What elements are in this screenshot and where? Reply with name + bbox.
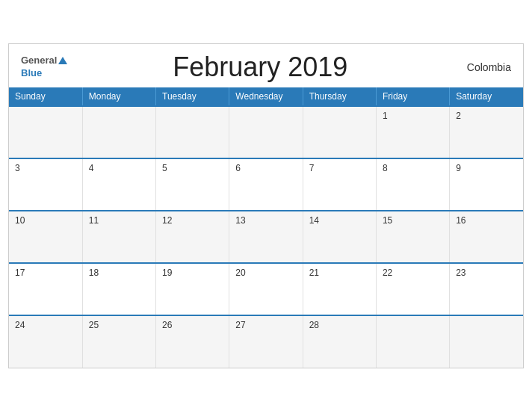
calendar-day: 24 xyxy=(9,315,82,368)
week-row-2: 3456789 xyxy=(9,158,523,211)
calendar: General Blue February 2019 Colombia Sund… xyxy=(8,43,524,368)
calendar-day: 23 xyxy=(450,263,523,315)
country-label: Colombia xyxy=(451,61,511,73)
calendar-day xyxy=(376,315,449,368)
calendar-day: 20 xyxy=(229,263,303,315)
header-saturday: Saturday xyxy=(450,87,523,106)
calendar-day: 10 xyxy=(9,211,82,263)
calendar-day: 25 xyxy=(82,315,155,368)
week-row-4: 17181920212223 xyxy=(9,263,523,315)
logo: General Blue xyxy=(21,55,69,79)
week-row-1: 12 xyxy=(9,106,523,158)
week-row-5: 2425262728 xyxy=(9,315,523,368)
calendar-day: 22 xyxy=(376,263,449,315)
calendar-day: 2 xyxy=(450,106,523,158)
calendar-day: 19 xyxy=(156,263,229,315)
calendar-day: 9 xyxy=(450,158,523,211)
calendar-day: 16 xyxy=(450,211,523,263)
week-row-3: 10111213141516 xyxy=(9,211,523,263)
calendar-day: 3 xyxy=(9,158,82,211)
header-friday: Friday xyxy=(376,87,449,106)
header-sunday: Sunday xyxy=(9,87,82,106)
calendar-day: 18 xyxy=(82,263,155,315)
calendar-day xyxy=(9,106,82,158)
header-monday: Monday xyxy=(82,87,155,106)
calendar-day: 4 xyxy=(82,158,155,211)
header-wednesday: Wednesday xyxy=(229,87,303,106)
header-tuesday: Tuesday xyxy=(156,87,229,106)
calendar-day xyxy=(156,106,229,158)
calendar-day xyxy=(229,106,303,158)
calendar-day xyxy=(450,315,523,368)
calendar-day: 1 xyxy=(376,106,449,158)
calendar-day: 12 xyxy=(156,211,229,263)
calendar-day: 11 xyxy=(82,211,155,263)
calendar-day: 27 xyxy=(229,315,303,368)
logo-blue-text: Blue xyxy=(21,67,42,78)
calendar-header: General Blue February 2019 Colombia xyxy=(9,44,523,87)
logo-triangle-icon xyxy=(58,57,67,64)
calendar-day xyxy=(303,106,376,158)
weekday-header-row: Sunday Monday Tuesday Wednesday Thursday… xyxy=(9,87,523,106)
logo-general-text: General xyxy=(21,55,57,66)
calendar-day: 28 xyxy=(303,315,376,368)
calendar-day: 21 xyxy=(303,263,376,315)
calendar-day: 14 xyxy=(303,211,376,263)
month-title: February 2019 xyxy=(69,52,451,83)
calendar-day: 6 xyxy=(229,158,303,211)
calendar-day: 5 xyxy=(156,158,229,211)
calendar-day: 13 xyxy=(229,211,303,263)
calendar-day: 7 xyxy=(303,158,376,211)
calendar-day: 15 xyxy=(376,211,449,263)
calendar-day: 17 xyxy=(9,263,82,315)
calendar-day: 26 xyxy=(156,315,229,368)
calendar-day: 8 xyxy=(376,158,449,211)
header-thursday: Thursday xyxy=(303,87,376,106)
calendar-day xyxy=(82,106,155,158)
calendar-table: Sunday Monday Tuesday Wednesday Thursday… xyxy=(9,87,523,368)
